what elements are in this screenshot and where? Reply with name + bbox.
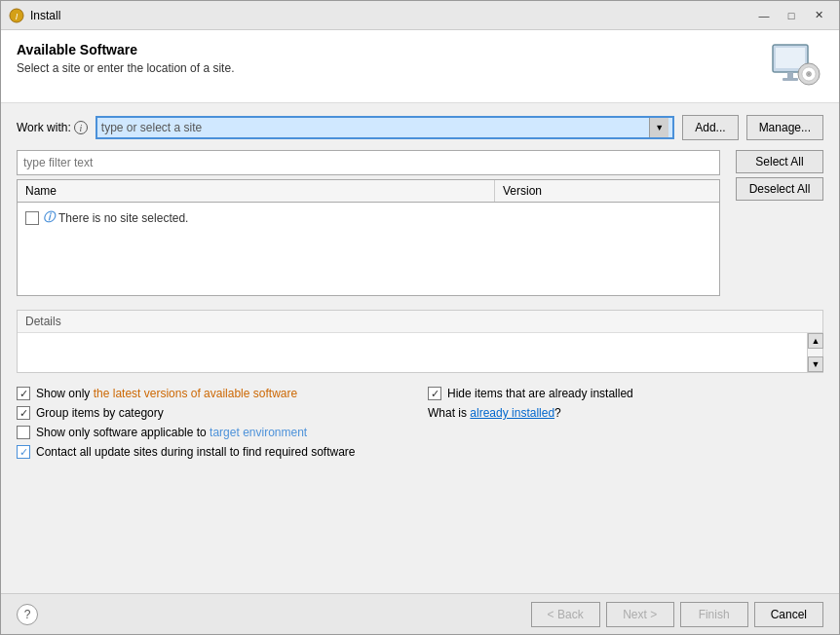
- header-section: Available Software Select a site or ente…: [1, 30, 839, 103]
- checkbox-target-env[interactable]: [17, 426, 30, 439]
- svg-point-9: [808, 73, 810, 75]
- options-left: Show only the latest versions of availab…: [17, 387, 412, 465]
- cancel-button[interactable]: Cancel: [754, 602, 823, 627]
- checkbox-contact-sites[interactable]: [17, 445, 30, 459]
- maximize-button[interactable]: □: [779, 6, 804, 25]
- option-what-is-installed: What is already installed?: [428, 406, 823, 420]
- column-name: Name: [18, 180, 495, 202]
- options-right: Hide items that are already installed Wh…: [428, 387, 823, 465]
- option-label-6: What is already installed?: [428, 406, 561, 420]
- main-content: Work with: i type or select a site ▼ Add…: [1, 103, 839, 593]
- details-header: Details: [18, 311, 822, 333]
- select-all-button[interactable]: Select All: [736, 150, 823, 173]
- software-table: Name Version ⓘ There is no site selected…: [17, 179, 720, 296]
- option-group-by-category: Group items by category: [17, 406, 412, 420]
- header-icon: [765, 42, 823, 91]
- details-scrollbar: ▲ ▼: [807, 333, 822, 372]
- scroll-up-button[interactable]: ▲: [808, 333, 823, 349]
- scroll-track: [808, 349, 822, 356]
- add-button[interactable]: Add...: [682, 115, 738, 140]
- minimize-button[interactable]: —: [751, 6, 777, 25]
- page-subtitle: Select a site or enter the location of a…: [17, 61, 765, 75]
- window-title: Install: [30, 9, 751, 22]
- table-body: ⓘ There is no site selected.: [18, 203, 719, 295]
- empty-message: There is no site selected.: [58, 211, 188, 225]
- sidebar-right: Select All Deselect All: [736, 150, 823, 201]
- option-label-2: Group items by category: [36, 406, 164, 420]
- info-icon-row: ⓘ: [43, 209, 55, 226]
- page-title: Available Software: [17, 42, 765, 57]
- option-label-3: Show only software applicable to target …: [36, 426, 307, 439]
- svg-rect-4: [787, 72, 793, 78]
- next-button[interactable]: Next >: [606, 602, 674, 627]
- footer-bar: ? < Back Next > Finish Cancel: [1, 593, 839, 634]
- option-hide-installed: Hide items that are already installed: [428, 387, 823, 400]
- info-icon: i: [74, 121, 88, 134]
- deselect-all-button[interactable]: Deselect All: [736, 177, 823, 201]
- back-button[interactable]: < Back: [531, 602, 600, 627]
- details-content: ▲ ▼: [18, 333, 822, 372]
- blue-text-1: target environment: [210, 426, 307, 439]
- options-section: Show only the latest versions of availab…: [17, 387, 823, 465]
- work-with-label: Work with: i: [17, 121, 88, 134]
- scroll-down-button[interactable]: ▼: [808, 356, 823, 372]
- header-text: Available Software Select a site or ente…: [17, 42, 765, 75]
- filter-input[interactable]: [17, 150, 720, 175]
- work-with-row: Work with: i type or select a site ▼ Add…: [17, 115, 823, 140]
- window-controls: — □ ✕: [751, 6, 831, 25]
- details-section: Details ▲ ▼: [17, 310, 823, 373]
- app-icon: I: [9, 8, 24, 23]
- close-button[interactable]: ✕: [806, 6, 831, 25]
- finish-button[interactable]: Finish: [680, 602, 748, 627]
- table-header: Name Version: [18, 180, 719, 203]
- svg-rect-3: [776, 48, 805, 68]
- orange-text-1: the latest versions of available softwar…: [94, 387, 297, 400]
- option-label-4: Contact all update sites during install …: [36, 445, 356, 459]
- manage-button[interactable]: Manage...: [746, 115, 823, 140]
- title-bar: I Install — □ ✕: [1, 1, 839, 30]
- site-input-text: type or select a site: [101, 121, 649, 134]
- footer-left: ?: [17, 604, 525, 625]
- checkbox-hide-installed[interactable]: [428, 387, 441, 400]
- install-icon: [767, 43, 821, 90]
- option-contact-update-sites: Contact all update sites during install …: [17, 445, 412, 459]
- option-label-5: Hide items that are already installed: [447, 387, 633, 400]
- help-button[interactable]: ?: [17, 604, 38, 625]
- filter-and-table: Name Version ⓘ There is no site selected…: [17, 150, 720, 296]
- install-window: I Install — □ ✕ Available Software Selec…: [0, 0, 840, 635]
- option-latest-versions: Show only the latest versions of availab…: [17, 387, 412, 400]
- combo-dropdown-button[interactable]: ▼: [649, 118, 668, 137]
- site-combo[interactable]: type or select a site ▼: [95, 116, 674, 139]
- option-target-environment: Show only software applicable to target …: [17, 426, 412, 439]
- option-label-1: Show only the latest versions of availab…: [36, 387, 297, 400]
- checkbox-latest-versions[interactable]: [17, 387, 30, 400]
- row-checkbox[interactable]: [25, 211, 39, 225]
- svg-rect-5: [783, 78, 798, 81]
- checkbox-group-category[interactable]: [17, 406, 30, 420]
- table-filter-row: Name Version ⓘ There is no site selected…: [17, 150, 823, 296]
- column-version: Version: [495, 180, 719, 202]
- already-installed-link[interactable]: already installed: [470, 406, 554, 420]
- table-row: ⓘ There is no site selected.: [18, 206, 719, 229]
